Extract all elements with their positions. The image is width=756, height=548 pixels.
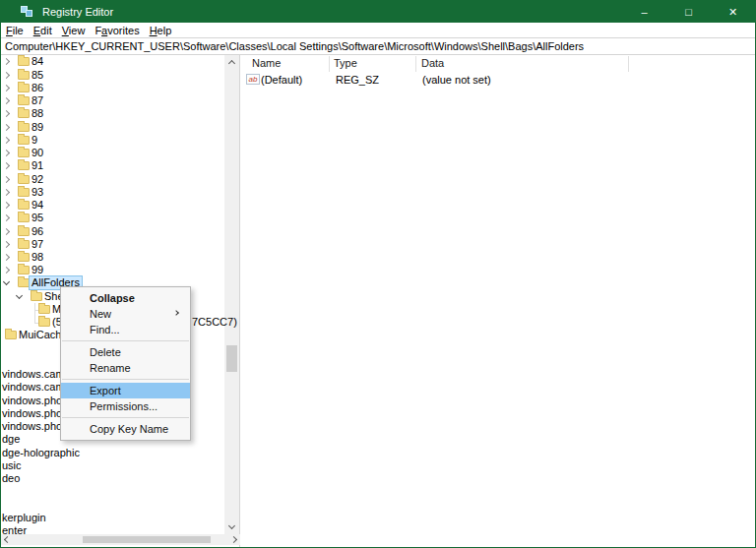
menu-help[interactable]: Help [150,25,172,36]
tree-item-label[interactable]: 88 [32,107,43,120]
column-separator[interactable] [415,56,416,72]
tree-item-label[interactable]: deo [2,472,20,485]
tree-item-88[interactable]: 88 [1,107,225,121]
tree-item-deo[interactable]: deo [1,472,225,486]
tree-item-label[interactable]: kerplugin [2,512,46,524]
scroll-right-icon[interactable] [230,536,237,543]
address-bar[interactable]: Computer\HKEY_CURRENT_USER\Software\Clas… [1,38,755,55]
chevron-right-icon[interactable] [3,150,10,156]
chevron-right-icon[interactable] [3,176,10,183]
tree-item-dge-holographic[interactable]: dge-holographic [1,447,225,460]
tree-item-kerplugin[interactable]: kerplugin [1,512,225,525]
context-menu-item-export[interactable]: Export [61,383,190,398]
tree-item-enter[interactable]: enter [1,524,225,534]
tree-item-label[interactable]: 91 [32,159,43,172]
tree-item-label[interactable]: 95 [32,212,43,224]
tree-item-label[interactable]: 89 [32,121,43,134]
tree-item-92[interactable]: 92 [1,173,225,187]
tree-item-label[interactable]: 9 [32,134,37,147]
chevron-right-icon[interactable] [3,254,10,261]
context-menu-item-new[interactable]: New [61,306,190,322]
chevron-right-icon[interactable] [3,202,10,209]
tree-item-93[interactable]: 93 [1,186,225,200]
column-header-name[interactable]: Name [252,57,281,69]
chevron-right-icon[interactable] [3,214,10,221]
context-menu-item-collapse[interactable]: Collapse [61,290,190,306]
vertical-scroll-thumb[interactable] [226,345,237,372]
tree-item-label[interactable]: usic [2,459,22,472]
tree-item-85[interactable]: 85 [1,69,225,83]
column-separator[interactable] [628,56,629,72]
tree-item-label[interactable]: 92 [32,173,43,186]
tree-item-95[interactable]: 95 [1,212,225,225]
scroll-left-icon[interactable] [4,536,11,543]
menu-view[interactable]: View [62,25,86,36]
tree-item-label[interactable]: 94 [32,199,43,212]
chevron-right-icon[interactable] [3,124,10,131]
folder-icon [18,57,30,66]
chevron-right-icon[interactable] [3,189,10,196]
chevron-down-icon[interactable] [3,278,10,285]
context-menu-item-copy-key-name[interactable]: Copy Key Name [61,421,190,437]
tree-item-label[interactable]: dge-holographic [2,447,80,459]
tree-item[interactable] [1,499,225,513]
tree-item-label[interactable]: 98 [32,251,43,264]
chevron-right-icon[interactable] [3,58,10,65]
tree-item-label[interactable]: 99 [32,264,43,276]
tree-item-label[interactable]: enter [2,524,27,534]
tree-item-98[interactable]: 98 [1,251,225,265]
tree-item-label[interactable]: 97 [32,238,43,251]
context-menu-item-permissions[interactable]: Permissions... [61,398,190,414]
chevron-right-icon[interactable] [3,110,10,117]
menu-edit[interactable]: Edit [33,25,52,36]
tree-item-99[interactable]: 99 [1,264,225,277]
tree-item-9[interactable]: 9 [1,134,225,148]
tree-item-97[interactable]: 97 [1,238,225,252]
column-header-type[interactable]: Type [334,57,357,69]
tree-item-label[interactable]: 84 [32,55,43,68]
tree-vertical-scrollbar[interactable] [224,55,239,534]
scroll-up-icon[interactable] [228,60,235,67]
menu-file[interactable]: File [6,25,24,36]
value-name[interactable]: (Default) [261,74,302,87]
tree-item-94[interactable]: 94 [1,199,225,213]
context-menu-item-rename[interactable]: Rename [61,360,190,376]
horizontal-scroll-thumb[interactable] [83,536,211,543]
context-menu-item-find[interactable]: Find... [61,322,190,337]
scroll-down-icon[interactable] [228,522,235,529]
chevron-right-icon[interactable] [3,97,10,104]
tree-item-84[interactable]: 84 [1,55,225,69]
minimize-button[interactable]: – [622,1,666,23]
chevron-right-icon[interactable] [3,137,10,144]
tree-item-usic[interactable]: usic [1,459,225,473]
tree-item-label[interactable]: 93 [32,186,43,199]
chevron-right-icon[interactable] [3,267,10,274]
tree-item[interactable] [1,485,225,499]
tree-item-91[interactable]: 91 [1,159,225,173]
tree-item-label[interactable]: 86 [32,82,43,94]
tree-item-label[interactable]: dge [2,433,20,446]
tree-item-96[interactable]: 96 [1,225,225,239]
chevron-right-icon[interactable] [3,162,10,169]
chevron-down-icon[interactable] [16,292,23,299]
tree-item-90[interactable]: 90 [1,147,225,160]
tree-item-label[interactable]: 87 [32,94,43,107]
tree-item-label[interactable]: 96 [32,225,43,238]
chevron-right-icon[interactable] [3,241,10,248]
tree-item-86[interactable]: 86 [1,82,225,95]
maximize-button[interactable]: □ [666,1,711,23]
column-header-data[interactable]: Data [421,57,444,69]
close-button[interactable]: ✕ [711,1,755,23]
tree-item-label[interactable]: 85 [32,69,43,82]
tree-item-label[interactable]: 90 [32,147,43,159]
menu-favorites[interactable]: Favorites [94,25,139,36]
context-menu-item-delete[interactable]: Delete [61,344,190,360]
tree-item-87[interactable]: 87 [1,94,225,108]
registry-value-row[interactable]: ab(Default)REG_SZ(value not set) [241,74,755,88]
column-separator[interactable] [329,56,330,72]
chevron-right-icon[interactable] [3,72,10,79]
tree-horizontal-scrollbar[interactable] [1,534,240,545]
chevron-right-icon[interactable] [3,85,10,91]
chevron-right-icon[interactable] [3,227,10,234]
tree-item-89[interactable]: 89 [1,121,225,135]
